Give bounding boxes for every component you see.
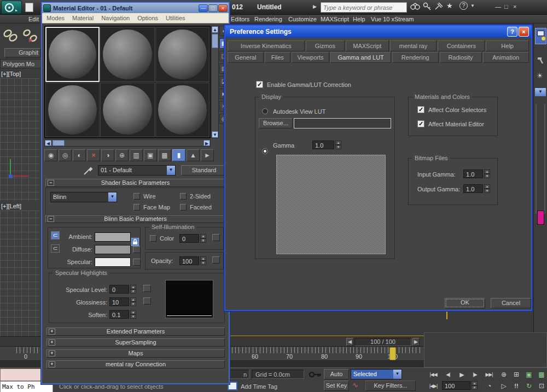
viewport-left[interactable]	[0, 210, 40, 336]
lut-file-field[interactable]	[294, 118, 391, 128]
browse-button[interactable]: Browse...	[259, 118, 293, 128]
gamma-test-pattern[interactable]	[276, 155, 386, 254]
padlock-icon[interactable]	[131, 238, 139, 246]
unlink-selection-icon[interactable]	[22, 28, 38, 43]
expand-icon[interactable]: +	[49, 340, 55, 346]
glossiness-spinner[interactable]: 10 ▲▼	[109, 297, 136, 306]
tab-radiosity[interactable]: Radiosity	[440, 52, 482, 63]
scroll-up-icon[interactable]: ▲	[212, 26, 218, 33]
material-slot-5[interactable]	[100, 83, 154, 138]
ambient-diffuse-lock-icon[interactable]: ⊂	[51, 231, 60, 239]
set-key-button[interactable]: Set Key	[324, 381, 349, 391]
autodesk-view-lut-radio[interactable]	[262, 108, 268, 114]
mental-ray-connection-rollout[interactable]: + mental ray Connection	[46, 360, 225, 368]
spin-up-icon[interactable]: ▲	[335, 141, 341, 145]
go-to-parent-icon[interactable]: ▲	[187, 149, 200, 161]
opacity-map-button[interactable]	[212, 256, 220, 264]
key-mode-toggle[interactable]: |◀▶|	[427, 381, 440, 391]
expand-icon[interactable]: +	[49, 350, 55, 356]
infocenter-search-input[interactable]	[321, 2, 407, 13]
previous-frame-playback-button[interactable]: ◀|	[442, 369, 454, 380]
specular-level-value[interactable]: 0	[109, 285, 129, 294]
show-end-result-icon[interactable]: ▮	[172, 149, 185, 161]
minimize-button[interactable]: —	[495, 3, 501, 10]
search-flyout-arrow-icon[interactable]: ▶	[313, 4, 317, 9]
go-to-end-button[interactable]: ▶▶|	[482, 369, 496, 380]
soften-spinner[interactable]: 0.1 ▲▼	[109, 310, 136, 319]
me-menu-options[interactable]: Options	[137, 15, 158, 21]
maximize-viewport-toggle-icon[interactable]: ⊡	[536, 381, 547, 391]
spin-up-icon[interactable]: ▲	[200, 234, 206, 238]
menu-maxscript[interactable]: MAXScript	[321, 16, 349, 22]
walk-through-icon[interactable]: !!	[511, 381, 522, 391]
scroll-down-icon[interactable]: ▼	[212, 131, 218, 138]
scroll-left-icon[interactable]: ◀	[45, 140, 51, 146]
viewport-top[interactable]	[0, 78, 40, 201]
show-map-in-viewport-icon[interactable]: ▩	[158, 149, 171, 161]
dialog-help-button[interactable]: ?	[507, 27, 517, 37]
zoom-all-icon[interactable]: ⊞	[511, 369, 522, 380]
output-gamma-spinner[interactable]: 1.0 ▲▼	[463, 184, 490, 193]
collapse-icon[interactable]: −	[48, 216, 54, 222]
put-to-library-icon[interactable]: ▥	[130, 149, 143, 161]
orbit-icon[interactable]: ↻	[523, 381, 534, 391]
play-button[interactable]: ▶	[456, 369, 467, 380]
faceted-checkbox[interactable]	[180, 204, 187, 210]
go-forward-to-sibling-icon[interactable]: ►	[201, 149, 214, 161]
me-menu-navigation[interactable]: Navigation	[101, 15, 130, 21]
scroll-right-icon[interactable]: ▶	[203, 140, 210, 146]
help-dropdown-icon[interactable]: ▼	[470, 3, 475, 8]
maps-rollout[interactable]: + Maps	[46, 349, 225, 358]
spin-up-icon[interactable]: ▲	[484, 169, 490, 174]
tab-gamma-and-lut-active[interactable]: Gamma and LUT	[330, 52, 391, 63]
chevron-down-icon[interactable]: ▼	[167, 166, 175, 175]
zoom-icon[interactable]: ⊕	[498, 369, 509, 380]
enable-gamma-lut-checkbox[interactable]: ✓	[256, 81, 263, 88]
add-time-tag-label[interactable]: Add Time Tag	[241, 383, 277, 390]
spinner-arrows[interactable]: ▲▼	[200, 234, 206, 243]
spin-down-icon[interactable]: ▼	[200, 238, 206, 243]
material-slot-2[interactable]	[100, 27, 154, 82]
expand-icon[interactable]: +	[49, 329, 55, 335]
material-slot-1-selected[interactable]	[45, 27, 100, 82]
menu-customize[interactable]: Customize	[288, 16, 317, 22]
spin-up-icon[interactable]: ▲	[130, 285, 136, 289]
tab-viewports[interactable]: Viewports	[292, 52, 330, 63]
new-document-icon[interactable]	[25, 3, 33, 12]
tab-maxscript[interactable]: MAXScript	[346, 40, 389, 51]
tab-inverse-kinematics[interactable]: Inverse Kinematics	[228, 40, 305, 51]
pick-material-eyedropper-icon[interactable]	[83, 165, 94, 176]
communication-center-icon[interactable]	[434, 2, 443, 10]
menu-rendering[interactable]: Rendering	[254, 16, 282, 22]
frame-spinner-arrows[interactable]: ▲▼	[472, 381, 478, 390]
scroll-thumb[interactable]	[53, 140, 65, 146]
menu-help[interactable]: Help	[353, 16, 365, 22]
get-material-icon[interactable]: ◉	[44, 149, 57, 161]
utilities-hammer-icon[interactable]	[536, 55, 545, 65]
tab-files[interactable]: Files	[265, 52, 290, 63]
subscription-key-icon[interactable]	[423, 2, 432, 10]
tab-general[interactable]: General	[228, 52, 264, 63]
me-menu-material[interactable]: Material	[72, 15, 94, 21]
samples-vertical-scrollbar[interactable]: ▲ ▼	[211, 26, 219, 138]
gamma-spinner[interactable]: 1.0 ▲▼	[312, 141, 341, 149]
search-binoculars-icon[interactable]	[410, 2, 420, 10]
material-editor-maximize-button[interactable]: □	[208, 4, 218, 12]
restore-button[interactable]: □	[504, 3, 508, 10]
output-gamma-value[interactable]: 1.0	[463, 184, 483, 193]
input-gamma-value[interactable]: 1.0	[463, 169, 483, 178]
light-falloff-icon[interactable]: ☀	[537, 72, 543, 80]
gamma-radio-selected[interactable]	[262, 148, 268, 154]
reset-map-icon[interactable]: ×	[87, 149, 100, 161]
spinner-arrows[interactable]: ▲▼	[130, 285, 136, 294]
menu-vue-xstream[interactable]: Vue 10 xStream	[371, 16, 414, 22]
expand-icon[interactable]: +	[49, 361, 55, 367]
current-frame-value[interactable]: 100	[442, 381, 470, 390]
spinner-arrows[interactable]: ▲▼	[335, 141, 341, 149]
key-filters-button[interactable]: Key Filters...	[365, 381, 416, 391]
panel-dropdown-icon[interactable]: ▼	[535, 88, 546, 96]
tab-containers[interactable]: Containers	[438, 40, 485, 51]
material-editor-minimize-button[interactable]: —	[199, 4, 208, 12]
spin-down-icon[interactable]: ▼	[200, 261, 206, 265]
self-illumination-color-checkbox[interactable]	[150, 235, 156, 242]
